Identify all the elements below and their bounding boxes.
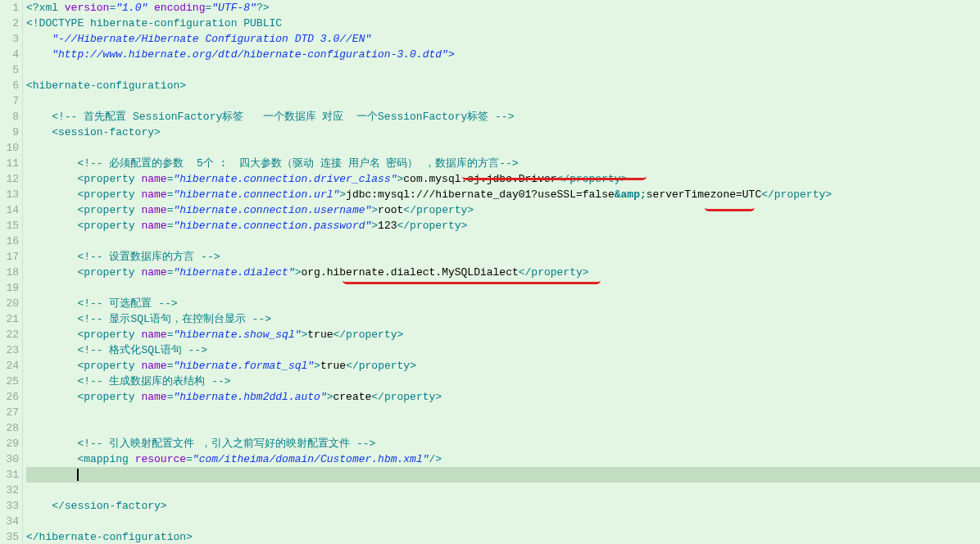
- code-line[interactable]: [26, 62, 980, 78]
- code-line-active[interactable]: [26, 467, 980, 483]
- code-line[interactable]: <property name="hibernate.connection.dri…: [26, 171, 980, 187]
- code-line[interactable]: <property name="hibernate.format_sql">tr…: [26, 358, 980, 374]
- code-line[interactable]: <!-- 可选配置 -->: [26, 296, 980, 311]
- code-line[interactable]: <!DOCTYPE hibernate-configuration PUBLIC: [26, 16, 980, 31]
- text-cursor: [77, 469, 79, 481]
- line-number-gutter: 1 2 3 4 5 6 7 8 9 10 11 12 13 14 15 16 1…: [0, 0, 23, 544]
- code-line[interactable]: "http://www.hibernate.org/dtd/hibernate-…: [26, 47, 980, 62]
- code-line[interactable]: <!-- 引入映射配置文件 ，引入之前写好的映射配置文件 -->: [26, 436, 980, 451]
- code-line[interactable]: <!-- 格式化SQL语句 -->: [26, 342, 980, 358]
- code-line[interactable]: [26, 405, 980, 420]
- code-line[interactable]: [26, 514, 980, 529]
- code-line[interactable]: <!-- 必须配置的参数 5个 : 四大参数（驱动 连接 用户名 密码） ，数据…: [26, 156, 980, 171]
- code-line[interactable]: <property name="hibernate.hbm2ddl.auto">…: [26, 389, 980, 405]
- code-line[interactable]: "-//Hibernate/Hibernate Configuration DT…: [26, 31, 980, 47]
- code-line[interactable]: <property name="hibernate.connection.pas…: [26, 218, 980, 233]
- code-line[interactable]: <hibernate-configuration>: [26, 78, 980, 93]
- code-line[interactable]: <property name="hibernate.connection.url…: [26, 187, 980, 202]
- code-line[interactable]: <property name="hibernate.connection.use…: [26, 202, 980, 218]
- code-line[interactable]: [26, 420, 980, 436]
- code-line[interactable]: <property name="hibernate.dialect">org.h…: [26, 265, 980, 280]
- code-line[interactable]: <property name="hibernate.show_sql">true…: [26, 327, 980, 342]
- code-editor[interactable]: <?xml version="1.0" encoding="UTF-8"?> <…: [23, 0, 980, 544]
- code-line[interactable]: <!-- 首先配置 SessionFactory标签 一个数据库 对应 一个Se…: [26, 109, 980, 125]
- code-line[interactable]: [26, 140, 980, 156]
- code-line[interactable]: [26, 93, 980, 109]
- code-line[interactable]: </session-factory>: [26, 498, 980, 514]
- code-line[interactable]: <?xml version="1.0" encoding="UTF-8"?>: [26, 0, 980, 16]
- code-line[interactable]: [26, 483, 980, 498]
- code-line[interactable]: </hibernate-configuration>: [26, 529, 980, 544]
- code-line[interactable]: <!-- 生成数据库的表结构 -->: [26, 374, 980, 389]
- code-line[interactable]: <!-- 设置数据库的方言 -->: [26, 249, 980, 265]
- code-line[interactable]: <session-factory>: [26, 125, 980, 140]
- code-line[interactable]: <mapping resource="com/itheima/domain/Cu…: [26, 451, 980, 467]
- code-line[interactable]: [26, 233, 980, 249]
- code-line[interactable]: <!-- 显示SQL语句，在控制台显示 -->: [26, 311, 980, 327]
- code-line[interactable]: [26, 280, 980, 296]
